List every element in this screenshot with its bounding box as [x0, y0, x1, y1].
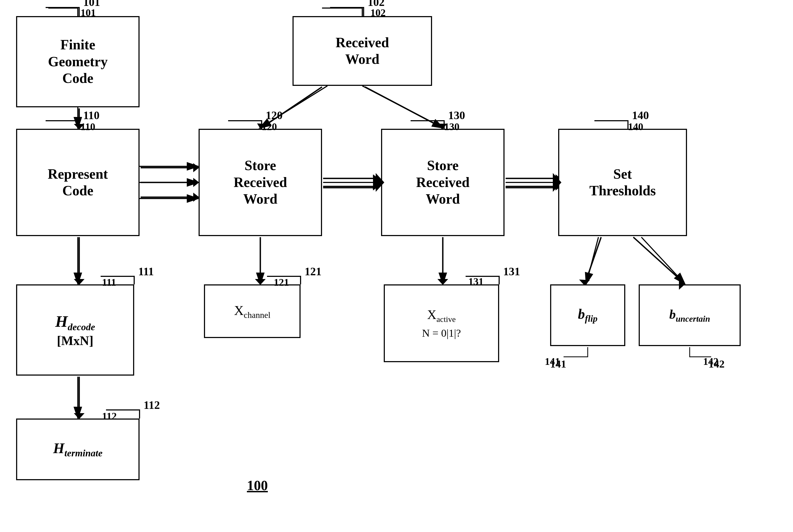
xactive-label-line1: Xactive: [422, 307, 461, 324]
srw1-label-line3: Word: [233, 191, 287, 207]
received-word-box: Received Word: [292, 16, 432, 86]
represent-code-box: Represent Code: [16, 129, 139, 236]
label-121: 121: [274, 275, 289, 289]
svg-line-10: [373, 183, 380, 189]
svg-line-4: [362, 86, 443, 128]
label-141: 141: [545, 354, 560, 368]
rw-label-line2: Word: [336, 51, 389, 68]
label-130: 130: [444, 119, 459, 133]
hdecode-box: Hdecode [MxN]: [16, 284, 134, 376]
hdecode-label-line1: Hdecode: [55, 312, 95, 333]
buncertain-label: buncertain: [669, 307, 710, 324]
svg-line-9: [373, 176, 380, 183]
srw2-label-line2: Received: [416, 174, 469, 191]
st-label-line1: Set: [589, 166, 656, 183]
fgc-label-line1: Finite: [48, 37, 108, 53]
rc-label-line1: Represent: [48, 166, 108, 183]
bflip-label: bflip: [578, 306, 597, 324]
label-111: 111: [102, 275, 116, 289]
srw2-label-line1: Store: [416, 157, 469, 174]
fgc-label-line2: Geometry: [48, 53, 108, 70]
rc-label-line2: Code: [48, 183, 108, 199]
svg-line-20: [641, 237, 684, 283]
store-received-word-1-box: Store Received Word: [199, 129, 322, 236]
buncertain-box: buncertain: [639, 284, 741, 346]
srw1-label-line2: Received: [233, 174, 287, 191]
xactive-box: Xactive N = 0|1|?: [384, 284, 499, 362]
label-112: 112: [102, 409, 117, 422]
hterminate-label: Hterminate: [53, 440, 102, 459]
svg-line-19: [586, 237, 599, 283]
label-142: 142: [703, 354, 718, 368]
label-140: 140: [628, 119, 643, 133]
srw1-label-line1: Store: [233, 157, 287, 174]
xchannel-label: Xchannel: [234, 302, 270, 320]
label-131: 131: [468, 274, 484, 288]
finite-geometry-code-box: Finite Geometry Code: [16, 16, 139, 107]
rw-label-line1: Received: [336, 34, 389, 51]
label-110: 110: [80, 119, 95, 133]
hdecode-label-line2: [MxN]: [55, 333, 95, 348]
bflip-box: bflip: [550, 284, 625, 346]
xactive-label-line2: N = 0|1|?: [422, 327, 461, 340]
store-received-word-2-box: Store Received Word: [381, 129, 505, 236]
label-120: 120: [262, 119, 277, 133]
srw2-label-line3: Word: [416, 191, 469, 207]
label-101: 101: [80, 5, 96, 19]
figure-label: 100: [247, 477, 268, 493]
fgc-label-line3: Code: [48, 70, 108, 87]
label-102: 102: [370, 5, 385, 19]
hterminate-box: Hterminate: [16, 419, 139, 480]
st-label-line2: Thresholds: [589, 183, 656, 199]
xchannel-box: Xchannel: [204, 284, 301, 338]
set-thresholds-box: Set Thresholds: [558, 129, 687, 236]
